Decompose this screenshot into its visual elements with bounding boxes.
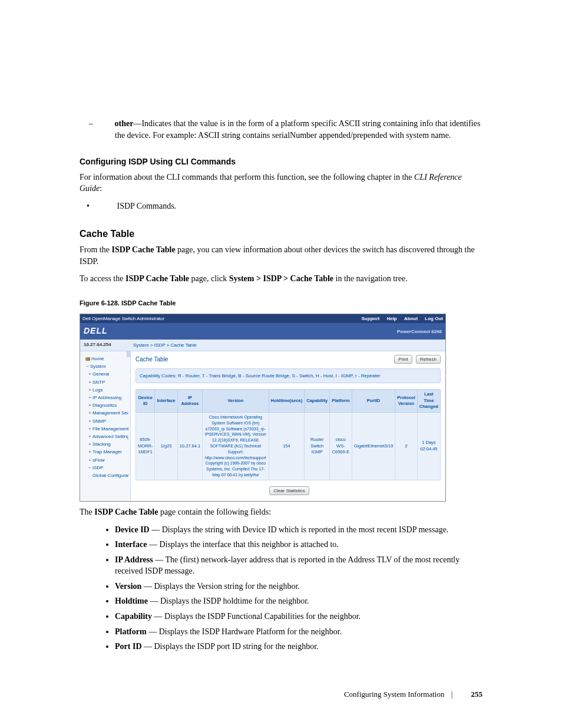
table-header: Last Time Changed — [417, 390, 440, 413]
expand-icon[interactable]: + — [88, 426, 92, 432]
text-fragment-bold: ISDP Cache Table — [94, 508, 158, 516]
expand-icon[interactable]: + — [88, 410, 92, 416]
paragraph: From the ISDP Cache Table page, you can … — [80, 244, 482, 267]
home-icon — [85, 357, 90, 361]
nav-item[interactable]: +Advanced Settings — [82, 433, 128, 440]
cell-interface: 1/g23 — [155, 412, 177, 480]
page-number: 255 — [471, 690, 483, 699]
expand-icon[interactable]: + — [88, 379, 92, 386]
nav-item[interactable]: +sFlow — [82, 456, 128, 464]
expand-icon[interactable]: + — [88, 433, 92, 440]
field-name: Interface — [115, 540, 147, 549]
expand-icon[interactable]: + — [88, 418, 92, 424]
nav-item[interactable]: −System — [82, 363, 128, 370]
help-link[interactable]: Help — [386, 316, 396, 321]
field-desc: — The (first) network-layer address that… — [115, 555, 459, 576]
table-header: Platform — [330, 390, 352, 413]
text-fragment: The — [80, 508, 94, 516]
nav-tree[interactable]: Home−System+General+SNTP+Logs+IP Address… — [80, 351, 131, 501]
cell-device-id: 6509-MORR-1MDF1 — [136, 412, 155, 480]
text-fragment: page contain the following fields: — [158, 508, 271, 516]
nav-item-label: Stacking — [92, 442, 111, 447]
list-item: Port ID — Displays the ISDP port ID stri… — [115, 641, 482, 653]
field-name: Version — [115, 582, 141, 591]
app-title: Dell OpenManage Switch Administrator — [82, 315, 164, 322]
nav-item-label: SNMP — [92, 419, 106, 424]
cell-holdtime: 154 — [269, 412, 305, 480]
sub-item-lead: other — [115, 119, 134, 128]
logout-link[interactable]: Log Out — [425, 316, 443, 321]
clear-statistics-button[interactable]: Clear Statistics — [269, 486, 309, 495]
field-name: Holdtime — [115, 597, 148, 605]
figure-caption: Figure 6-128. ISDP Cache Table — [80, 299, 482, 308]
expand-icon[interactable]: + — [88, 371, 92, 377]
list-item: Holdtime — Displays the ISDP holdtime fo… — [115, 595, 482, 607]
scrollbar-handle[interactable] — [127, 351, 130, 357]
breadcrumb-bar: 10.27.64.254 System > ISDP > Cache Table — [80, 340, 445, 351]
cli-paragraph: For information about the CLI commands t… — [80, 172, 482, 195]
cell-protocol-version: 2 — [395, 412, 417, 480]
page-title: Cache Table — [135, 355, 168, 364]
cell-capability: Router Switch IGMP — [305, 412, 330, 480]
text-fragment: page, click — [189, 274, 229, 283]
nav-item[interactable]: +Management Secur — [82, 409, 128, 417]
nav-item[interactable]: +Logs — [82, 386, 128, 394]
dell-logo: DELL — [84, 325, 108, 337]
expand-icon[interactable]: + — [88, 441, 92, 447]
print-button[interactable]: Print — [394, 355, 412, 364]
cli-heading: Configuring ISDP Using CLI Commands — [80, 156, 482, 168]
main-panel: Cache Table Print Refresh Capability Cod… — [131, 351, 445, 501]
text-fragment: For information about the CLI commands t… — [80, 173, 414, 182]
field-desc: — Displays the ISDP port ID string for t… — [142, 642, 319, 651]
text-fragment: To access the — [80, 274, 125, 283]
field-name: Capability — [115, 612, 152, 621]
nav-item-label: IP Addressing — [92, 395, 121, 400]
paragraph: To access the ISDP Cache Table page, cli… — [80, 273, 482, 285]
about-link[interactable]: About — [404, 316, 418, 321]
nav-item-label: Logs — [92, 387, 103, 393]
nav-item[interactable]: Home — [82, 355, 128, 363]
list-item: Device ID — Displays the string with Dev… — [115, 524, 482, 536]
nav-item-label: System — [90, 364, 106, 369]
nav-item[interactable]: +Stacking — [82, 440, 128, 448]
list-item: ISDP Commands. — [115, 200, 482, 212]
table-header: Version — [203, 390, 269, 413]
field-name: Device ID — [115, 525, 150, 534]
nav-item-label: sFlow — [92, 457, 105, 463]
field-desc: — Displays the ISDP Functional Capabilit… — [152, 612, 361, 621]
field-desc: — Displays the string with Device ID whi… — [150, 525, 449, 534]
nav-item[interactable]: +File Management — [82, 425, 128, 433]
nav-item[interactable]: +Trap Manager — [82, 448, 128, 456]
expand-icon[interactable]: + — [88, 387, 92, 393]
table-header: Device ID — [136, 390, 155, 413]
text-fragment-bold: System > ISDP > Cache Table — [229, 274, 333, 283]
list-item: Version — Displays the Version string fo… — [115, 581, 482, 592]
nav-item[interactable]: +IP Addressing — [82, 394, 128, 401]
nav-item[interactable]: +SNTP — [82, 378, 128, 386]
field-desc: — Displays the interface that this neigh… — [147, 540, 338, 549]
nav-item[interactable]: +Diagnostics — [82, 401, 128, 409]
expand-icon[interactable]: − — [85, 363, 90, 370]
refresh-button[interactable]: Refresh — [416, 355, 441, 364]
product-name: PowerConnect 6248 — [397, 328, 442, 335]
isdp-cache-table-screenshot: Dell OpenManage Switch Administrator Sup… — [80, 314, 446, 502]
nav-item-label: Diagnostics — [92, 403, 117, 408]
expand-icon[interactable]: + — [88, 402, 92, 409]
field-name: IP Address — [115, 555, 153, 564]
nav-item[interactable]: +General — [82, 370, 128, 378]
nav-item[interactable]: −ISDP — [82, 464, 128, 472]
expand-icon[interactable]: + — [88, 394, 92, 401]
list-item: Interface — Displays the interface that … — [115, 539, 482, 551]
nav-item-label: Global Configurat — [92, 473, 128, 478]
nav-item[interactable]: +SNMP — [82, 417, 128, 425]
breadcrumb: System > ISDP > Cache Table — [133, 342, 197, 348]
support-link[interactable]: Support — [362, 316, 380, 321]
nav-item[interactable]: Global Configurat — [82, 472, 128, 479]
expand-icon[interactable]: + — [88, 457, 92, 463]
text-fragment: From the — [80, 245, 111, 254]
list-item: Capability — Displays the ISDP Functiona… — [115, 611, 482, 622]
expand-icon[interactable]: + — [88, 449, 92, 455]
device-ip: 10.27.64.254 — [84, 341, 111, 348]
list-item-text: ISDP Commands. — [117, 202, 177, 210]
expand-icon[interactable]: − — [88, 465, 92, 471]
